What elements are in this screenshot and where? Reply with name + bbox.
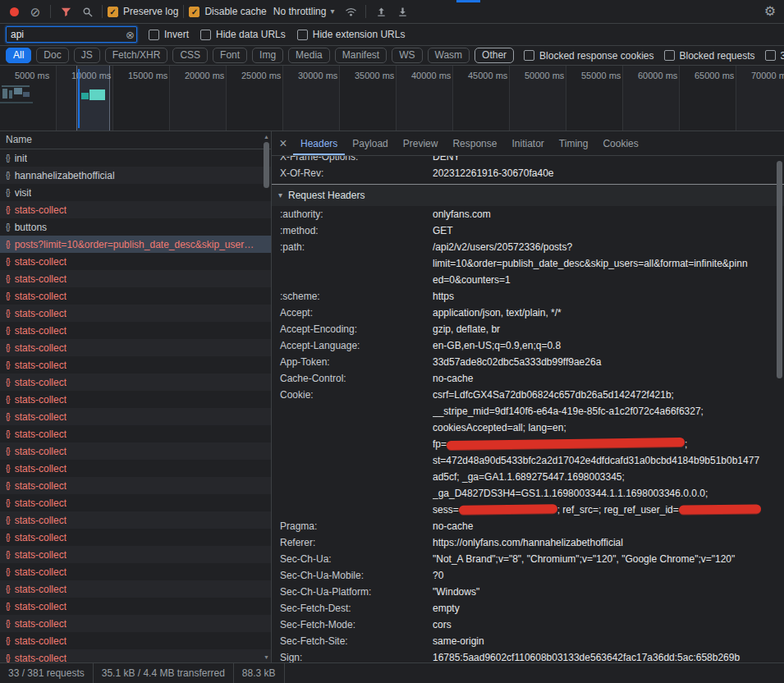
request-row[interactable]: stats-collect [0,287,271,305]
request-name: init [15,153,27,164]
type-filter-img[interactable]: Img [252,48,283,63]
tab-cookies[interactable]: Cookies [595,132,645,155]
header-name: Cache-Control: [280,370,433,387]
type-filter-css[interactable]: CSS [172,48,208,63]
timeline-overview[interactable]: 5000 ms10000 ms15000 ms20000 ms25000 ms3… [0,66,784,131]
request-row[interactable]: stats-collect [0,529,271,546]
script-icon [6,205,10,214]
request-row[interactable]: stats-collect [0,442,271,460]
request-row[interactable]: stats-collect [0,615,271,632]
tab-preview[interactable]: Preview [396,132,446,155]
invert-checkbox[interactable]: Invert [149,29,189,40]
request-row[interactable]: stats-collect [0,632,271,649]
import-har-button[interactable] [371,2,391,21]
script-icon [6,257,10,266]
third-party-requests-checkbox[interactable]: 3rd-party requests [765,50,784,62]
request-row[interactable]: stats-collect [0,408,271,425]
request-row[interactable]: stats-collect [0,356,271,374]
request-row[interactable]: init [0,149,271,167]
request-row[interactable]: stats-collect [0,563,271,580]
request-row[interactable]: stats-collect [0,460,271,477]
disable-cache-checkbox[interactable]: Disable cache [189,6,266,17]
request-row[interactable]: stats-collect [0,580,271,598]
header-row: X-Of-Rev:202312261916-30670fa40e [272,165,784,181]
scrollbar-thumb[interactable] [777,161,782,378]
type-filter-manifest[interactable]: Manifest [335,48,387,63]
request-row[interactable]: hannahelizabethofficial [0,167,271,184]
preserve-log-checkbox[interactable]: Preserve log [108,6,178,17]
request-row[interactable]: stats-collect [0,339,271,356]
tab-payload[interactable]: Payload [345,132,395,155]
request-list-scrollbar[interactable] [262,131,271,662]
throttling-select[interactable]: No throttling [273,6,335,17]
search-button[interactable] [77,2,97,21]
tab-initiator[interactable]: Initiator [504,132,551,155]
tab-response[interactable]: Response [445,132,504,155]
network-conditions-button[interactable] [341,2,360,21]
request-row[interactable]: stats-collect [0,322,271,339]
type-filter-font[interactable]: Font [213,48,247,63]
request-name: buttons [15,222,47,233]
request-details-pane: HeadersPayloadPreviewResponseInitiatorTi… [272,131,784,662]
headers-scrollbar[interactable] [775,156,784,662]
type-filter-wasm[interactable]: Wasm [428,48,470,63]
request-row[interactable]: stats-collect [0,391,271,408]
blocked-requests-checkbox[interactable]: Blocked requests [664,50,755,62]
request-name: stats-collect [15,342,66,354]
scroll-up-icon[interactable] [264,134,269,140]
script-icon [6,602,10,611]
type-filter-other[interactable]: Other [475,48,514,63]
request-row[interactable]: visit [0,184,271,201]
type-filter-doc[interactable]: Doc [36,48,68,63]
hide-extension-urls-checkbox[interactable]: Hide extension URLs [297,29,406,40]
blocked-response-cookies-checkbox[interactable]: Blocked response cookies [524,50,653,62]
type-filter-media[interactable]: Media [288,48,330,63]
header-value-line: 33d57ade8c02dbc5a333db99ff9ae26a [433,354,766,370]
header-value-line: ?0 [433,567,766,584]
request-row[interactable]: posts?limit=10&order=publish_date_desc&s… [0,236,271,253]
blocked-response-cookies-label: Blocked response cookies [539,50,653,62]
request-name: stats-collect [15,360,66,371]
request-row[interactable]: stats-collect [0,649,271,662]
filter-toggle-button[interactable] [56,2,76,21]
request-row[interactable]: stats-collect [0,374,271,391]
request-name: stats-collect [15,394,66,406]
close-panel-button[interactable] [273,134,293,153]
type-filter-js[interactable]: JS [74,48,100,63]
request-row[interactable]: stats-collect [0,477,271,494]
timeline-column: 65000 ms [680,66,736,131]
request-row[interactable]: stats-collect [0,598,271,615]
record-button[interactable] [4,2,24,21]
type-filter-ws[interactable]: WS [392,48,422,63]
header-value: /api2/v2/users/20572336/posts?limit=10&o… [433,239,784,288]
request-row[interactable]: stats-collect [0,546,271,563]
request-row[interactable]: stats-collect [0,201,271,218]
hide-data-urls-checkbox[interactable]: Hide data URLs [200,29,286,40]
request-row[interactable]: stats-collect [0,270,271,287]
request-headers-section[interactable]: Request Headers [272,184,784,206]
clear-log-button[interactable] [25,2,45,21]
settings-button[interactable] [760,2,780,21]
scrollbar-thumb[interactable] [264,142,269,188]
export-har-button[interactable] [392,2,412,21]
header-name: App-Token: [280,354,433,370]
scroll-down-icon[interactable] [264,654,269,660]
tab-headers[interactable]: Headers [293,132,345,155]
header-name: Sec-Fetch-Dest: [280,600,433,617]
type-filter-fetch-xhr[interactable]: Fetch/XHR [105,48,168,63]
filter-input[interactable] [6,26,137,43]
clear-filter-icon[interactable] [126,30,135,40]
header-row: X-Frame-Options:DENY [272,156,784,165]
header-value: ?0 [433,567,784,584]
request-row[interactable]: stats-collect [0,253,271,270]
type-filter-all[interactable]: All [6,48,31,63]
request-row[interactable]: stats-collect [0,494,271,511]
header-row: Referer:https://onlyfans.com/hannaheliza… [272,534,784,551]
request-row[interactable]: stats-collect [0,305,271,322]
timeline-tick-label: 5000 ms [15,71,49,80]
request-row[interactable]: buttons [0,218,271,236]
name-column-header[interactable]: Name [0,131,271,149]
request-row[interactable]: stats-collect [0,425,271,442]
request-row[interactable]: stats-collect [0,511,271,529]
tab-timing[interactable]: Timing [552,132,596,155]
